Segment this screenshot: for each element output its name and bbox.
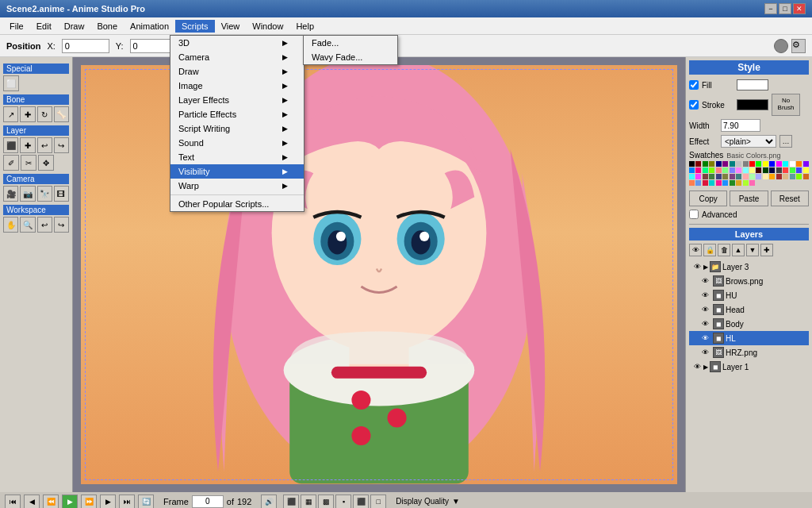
no-brush-button[interactable]: NoBrush [772,94,800,116]
tool-special-1[interactable]: ⬜ [3,75,19,91]
layers-tb-1[interactable]: 👁 [689,244,702,256]
layer-eye-4[interactable]: 👁 [700,319,710,329]
menu-window[interactable]: Window [246,20,289,33]
layers-tb-5[interactable]: ▼ [746,244,759,256]
pb-next[interactable]: ⏩ [81,495,97,509]
swatch-28[interactable] [756,167,761,173]
swatch-19[interactable] [695,167,701,173]
tool-bone-1[interactable]: ↗ [3,106,18,122]
swatch-2[interactable] [703,161,708,167]
swatch-32[interactable] [783,167,788,173]
tool-ws-2[interactable]: 🔍 [20,217,35,233]
swatch-24[interactable] [730,167,735,173]
layer-eye-3[interactable]: 👁 [700,305,710,314]
swatch-3[interactable] [709,161,714,167]
tool-camera-2[interactable]: 📷 [20,186,35,202]
menu-edit[interactable]: Edit [30,20,58,33]
view-btn-1[interactable]: ⬛ [283,495,299,509]
swatch-16[interactable] [796,161,802,167]
layer-row-0[interactable]: 👁▶📁Layer 3 [689,260,809,274]
canvas-area[interactable] [73,57,685,492]
pb-prev[interactable]: ⏪ [43,495,59,509]
swatch-39[interactable] [709,174,714,179]
layers-tb-3[interactable]: 🗑 [718,244,730,256]
pb-loop[interactable]: 🔄 [138,495,154,509]
layer-eye-1[interactable]: 👁 [700,276,710,286]
tool-layer-2[interactable]: ✚ [20,137,35,153]
swatch-1[interactable] [695,161,701,167]
swatch-26[interactable] [743,167,749,173]
minimize-button[interactable]: − [764,3,777,14]
swatch-25[interactable] [736,167,741,173]
frame-input[interactable] [192,495,224,508]
layer-row-1[interactable]: 👁🖼Brows.png [689,274,809,288]
fill-checkbox[interactable] [689,80,699,90]
stroke-color-box[interactable] [737,99,768,110]
reset-button[interactable]: Reset [771,190,809,206]
swatch-12[interactable] [769,161,775,167]
swatch-34[interactable] [796,167,802,173]
swatch-5[interactable] [722,161,728,167]
layer-row-5[interactable]: 👁◼HL [689,331,809,345]
swatch-6[interactable] [730,161,735,167]
swatch-59[interactable] [722,180,728,186]
layer-row-7[interactable]: 👁▶◼Layer 1 [689,360,809,374]
swatch-60[interactable] [730,180,735,186]
swatch-51[interactable] [790,174,795,179]
layer-eye-7[interactable]: 👁 [692,362,702,371]
swatch-4[interactable] [716,161,722,167]
menu-view[interactable]: View [215,20,247,33]
toolbar-x-input[interactable] [62,39,109,53]
script-item-sound[interactable]: Sound ▶ [170,136,304,150]
stroke-checkbox[interactable] [689,100,699,110]
swatch-57[interactable] [709,180,714,186]
swatch-17[interactable] [803,161,809,167]
tool-bone-2[interactable]: ✚ [20,106,35,122]
script-item-3d[interactable]: 3D ▶ [170,36,304,50]
advanced-checkbox[interactable] [689,210,699,219]
tool-layer-1[interactable]: ⬛ [3,137,18,153]
visibility-item-wavy-fade[interactable]: Wavy Fade... [304,50,397,64]
script-item-draw[interactable]: Draw ▶ [170,64,304,79]
swatch-46[interactable] [756,174,761,179]
layer-eye-6[interactable]: 👁 [700,348,710,357]
menu-animation[interactable]: Animation [124,20,175,33]
script-item-camera[interactable]: Camera ▶ [170,50,304,64]
tool-bone-3[interactable]: ↻ [37,106,52,122]
view-btn-4[interactable]: ▪ [335,495,351,509]
script-item-other[interactable]: Other Popular Scripts... [170,197,304,211]
tool-camera-3[interactable]: 🔭 [37,186,52,202]
swatch-35[interactable] [803,167,809,173]
swatch-54[interactable] [689,180,695,186]
swatch-45[interactable] [749,174,755,179]
swatch-27[interactable] [749,167,755,173]
paste-button[interactable]: Paste [730,190,768,206]
tool-layer-4[interactable]: ↪ [54,137,69,153]
swatch-47[interactable] [763,174,768,179]
layers-tb-4[interactable]: ▲ [732,244,745,256]
close-button[interactable]: ✕ [793,3,806,14]
copy-button[interactable]: Copy [689,190,727,206]
swatch-31[interactable] [776,167,782,173]
pb-next-frame[interactable]: ▶ [100,495,116,509]
swatch-0[interactable] [689,161,695,167]
tool-camera-4[interactable]: 🎞 [54,186,69,202]
swatch-37[interactable] [695,174,701,179]
script-item-script-writing[interactable]: Script Writing ▶ [170,121,304,136]
layers-tb-6[interactable]: ✚ [760,244,773,256]
swatch-20[interactable] [703,167,708,173]
swatch-50[interactable] [783,174,788,179]
script-item-layer-effects[interactable]: Layer Effects ▶ [170,93,304,107]
swatch-44[interactable] [743,174,749,179]
swatch-10[interactable] [756,161,761,167]
swatch-23[interactable] [722,167,728,173]
width-input[interactable] [721,119,760,132]
tool-layer-5[interactable]: ✐ [3,155,19,171]
swatch-29[interactable] [763,167,768,173]
script-item-text[interactable]: Text ▶ [170,150,304,164]
swatch-40[interactable] [716,174,722,179]
swatch-15[interactable] [790,161,795,167]
tool-ws-4[interactable]: ↪ [54,217,69,233]
swatch-18[interactable] [689,167,695,173]
pb-first[interactable]: ⏮ [5,495,21,509]
